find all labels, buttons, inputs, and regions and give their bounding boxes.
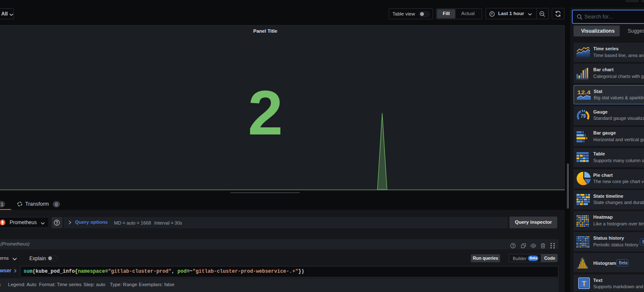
svg-text:79: 79 xyxy=(581,113,586,119)
svg-text:T: T xyxy=(582,280,586,287)
svg-text:12.4: 12.4 xyxy=(577,90,591,96)
